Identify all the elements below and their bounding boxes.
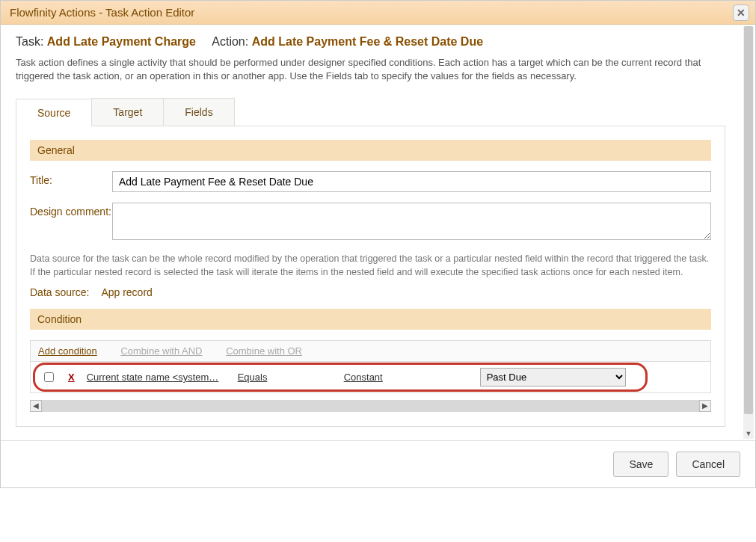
datasource-help-text: Data source for the task can be the whol… — [30, 253, 711, 279]
design-comment-textarea[interactable] — [112, 203, 711, 240]
action-label: Action: — [212, 35, 248, 48]
dialog-body: Task: Add Late Payment Charge Action: Ad… — [1, 25, 740, 440]
content-scroll-area: ▲ ▼ Task: Add Late Payment Charge Action… — [1, 25, 755, 440]
header-line: Task: Add Late Payment Charge Action: Ad… — [16, 35, 725, 49]
task-label: Task: — [16, 35, 43, 48]
datasource-label: Data source: — [30, 286, 89, 298]
tab-source[interactable]: Source — [16, 99, 92, 126]
condition-row-container: X Current state name <system… Equals Con… — [30, 362, 711, 393]
comment-row: Design comment: — [30, 203, 711, 242]
scroll-left-arrow-icon: ◀ — [30, 400, 42, 412]
combine-or-link: Combine with OR — [226, 345, 302, 357]
tab-target[interactable]: Target — [91, 98, 164, 126]
tab-fields[interactable]: Fields — [163, 98, 234, 126]
datasource-value: App record — [101, 286, 152, 298]
source-panel: General Title: Design comment: Data sour… — [16, 126, 725, 427]
task-name: Add Late Payment Charge — [47, 35, 196, 48]
title-row: Title: — [30, 171, 711, 192]
title-label: Title: — [30, 171, 112, 192]
condition-field-link[interactable]: Current state name <system… — [87, 372, 229, 383]
dialog-footer: Save Cancel — [1, 440, 755, 487]
tab-row: Source Target Fields — [16, 98, 725, 126]
condition-operator-link[interactable]: Equals — [238, 372, 335, 383]
save-button[interactable]: Save — [613, 452, 669, 477]
condition-value-select[interactable]: Past Due — [480, 368, 626, 387]
condition-section-header: Condition — [30, 309, 711, 330]
datasource-row: Data source: App record — [30, 286, 711, 298]
general-section-header: General — [30, 140, 711, 161]
dialog-title: Flowfinity Actions - Task Action Editor — [10, 6, 194, 19]
horizontal-scrollbar[interactable]: ◀ ▶ — [30, 399, 711, 413]
header-description: Task action defines a single activity th… — [16, 56, 725, 83]
hscroll-track[interactable] — [42, 400, 699, 412]
vertical-scrollbar[interactable]: ▲ ▼ — [743, 26, 754, 439]
condition-toolbar: Add condition Combine with AND Combine w… — [30, 340, 711, 362]
scroll-down-arrow-icon: ▼ — [744, 430, 753, 439]
close-icon: ✕ — [737, 7, 746, 19]
remove-condition-button[interactable]: X — [68, 372, 75, 383]
cancel-button[interactable]: Cancel — [676, 452, 740, 477]
dialog-title-bar: Flowfinity Actions - Task Action Editor … — [1, 1, 755, 25]
close-button[interactable]: ✕ — [733, 4, 749, 21]
title-input[interactable] — [112, 171, 711, 192]
condition-row-checkbox[interactable] — [44, 372, 54, 382]
combine-and-link: Combine with AND — [120, 345, 202, 357]
task-action-editor-dialog: Flowfinity Actions - Task Action Editor … — [0, 0, 756, 488]
add-condition-link[interactable]: Add condition — [38, 345, 97, 357]
scrollbar-thumb[interactable] — [744, 26, 753, 414]
scroll-right-arrow-icon: ▶ — [699, 400, 711, 412]
condition-valuetype-link[interactable]: Constant — [344, 372, 471, 383]
condition-row: X Current state name <system… Equals Con… — [35, 365, 706, 389]
comment-label: Design comment: — [30, 203, 112, 242]
action-name: Add Late Payment Fee & Reset Date Due — [252, 35, 483, 48]
